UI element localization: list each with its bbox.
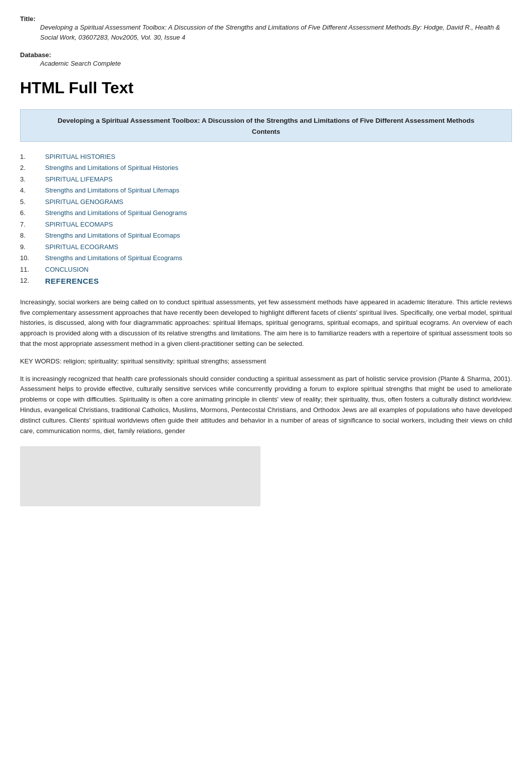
toc-item-4: 4. Strengths and Limitations of Spiritua…: [20, 185, 512, 196]
toc-item-2: 2. Strengths and Limitations of Spiritua…: [20, 163, 512, 173]
toc-num-2: 2.: [20, 163, 45, 173]
toc-item-10: 10. Strengths and Limitations of Spiritu…: [20, 253, 512, 263]
toc-link-4[interactable]: Strengths and Limitations of Spiritual L…: [45, 185, 179, 196]
toc-link-1[interactable]: SPIRITUAL HISTORIES: [45, 152, 115, 162]
table-of-contents: 1. SPIRITUAL HISTORIES 2. Strengths and …: [20, 152, 512, 287]
title-label: Title:: [20, 15, 36, 23]
toc-num-10: 10.: [20, 253, 45, 263]
contents-label: Contents: [31, 128, 501, 135]
toc-num-12: 12.: [20, 276, 45, 287]
meta-title-section: Title: Developing a Spiritual Assessment…: [20, 15, 512, 42]
toc-item-6: 6. Strengths and Limitations of Spiritua…: [20, 208, 512, 218]
toc-num-11: 11.: [20, 265, 45, 275]
toc-link-10[interactable]: Strengths and Limitations of Spiritual E…: [45, 253, 182, 263]
page-title: HTML Full Text: [20, 79, 512, 97]
article-header: Developing a Spiritual Assessment Toolbo…: [20, 109, 512, 142]
toc-link-3[interactable]: SPIRITUAL LIFEMAPS: [45, 174, 113, 184]
toc-link-5[interactable]: SPIRITUAL GENOGRAMS: [45, 197, 123, 207]
toc-item-11: 11. CONCLUSION: [20, 265, 512, 275]
toc-item-8: 8. Strengths and Limitations of Spiritua…: [20, 231, 512, 241]
database-label: Database:: [20, 51, 51, 59]
body-paragraph-2: It is increasingly recognized that healt…: [20, 374, 512, 437]
meta-database-section: Database: Academic Search Complete: [20, 51, 512, 69]
toc-item-5: 5. SPIRITUAL GENOGRAMS: [20, 197, 512, 207]
toc-link-9[interactable]: SPIRITUAL ECOGRAMS: [45, 242, 118, 252]
toc-link-7[interactable]: SPIRITUAL ECOMAPS: [45, 220, 113, 230]
toc-num-3: 3.: [20, 174, 45, 184]
toc-item-9: 9. SPIRITUAL ECOGRAMS: [20, 242, 512, 252]
toc-link-11[interactable]: CONCLUSION: [45, 265, 89, 275]
toc-num-7: 7.: [20, 220, 45, 230]
toc-item-1: 1. SPIRITUAL HISTORIES: [20, 152, 512, 162]
keywords: KEY WORDS: religion; spirituality; spiri…: [20, 356, 512, 367]
article-title: Developing a Spiritual Assessment Toolbo…: [31, 116, 501, 126]
toc-num-1: 1.: [20, 152, 45, 162]
toc-link-12[interactable]: REFERENCES: [45, 276, 99, 287]
toc-item-7: 7. SPIRITUAL ECOMAPS: [20, 220, 512, 230]
title-value: Developing a Spiritual Assessment Toolbo…: [40, 23, 512, 42]
toc-num-6: 6.: [20, 208, 45, 218]
toc-link-2[interactable]: Strengths and Limitations of Spiritual H…: [45, 163, 178, 173]
toc-num-9: 9.: [20, 242, 45, 252]
toc-link-8[interactable]: Strengths and Limitations of Spiritual E…: [45, 231, 180, 241]
toc-num-8: 8.: [20, 231, 45, 241]
toc-item-12: 12. REFERENCES: [20, 276, 512, 287]
database-value: Academic Search Complete: [40, 59, 512, 69]
toc-num-5: 5.: [20, 197, 45, 207]
toc-item-3: 3. SPIRITUAL LIFEMAPS: [20, 174, 512, 184]
body-paragraph-1: Increasingly, social workers are being c…: [20, 297, 512, 349]
toc-num-4: 4.: [20, 185, 45, 196]
article-image: [20, 446, 260, 506]
toc-link-6[interactable]: Strengths and Limitations of Spiritual G…: [45, 208, 187, 218]
